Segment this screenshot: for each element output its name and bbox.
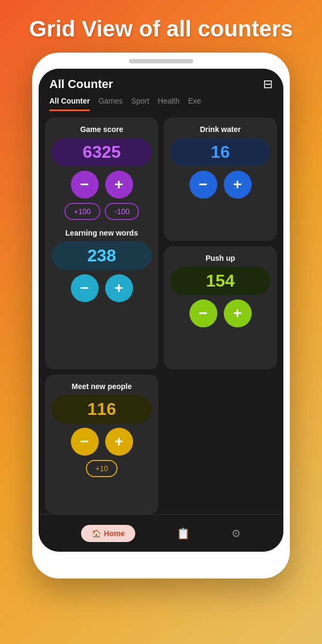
meet-people-plus10-btn[interactable]: +10 [86,460,118,477]
home-label: Home [104,529,125,538]
learning-minus-btn[interactable]: − [71,274,99,302]
meet-people-title: Meet new people [71,382,131,391]
game-score-minus-btn[interactable]: − [71,171,99,199]
drink-water-value: 16 [170,138,270,166]
learning-value: 238 [52,241,152,270]
tab-exe[interactable]: Exe [188,97,201,111]
drink-water-card: Drink water 16 − + [164,118,277,240]
push-up-minus-btn[interactable]: − [189,299,217,327]
push-up-controls: − + [189,299,252,327]
push-up-title: Push up [206,254,235,262]
game-score-title: Game score [80,125,123,134]
tab-sport[interactable]: Sport [131,97,149,111]
phone-frame: All Counter ⊟ All Counter Games Sport He… [32,53,290,579]
push-up-value: 154 [170,267,270,295]
grid-view-icon[interactable]: ⊟ [263,77,273,91]
game-score-card: Game score 6325 − + +100 -100 Learning n… [45,118,158,369]
tabs-bar: All Counter Games Sport Health Exe [39,91,283,111]
game-score-quick-btns: +100 -100 [52,203,152,220]
list-nav-icon[interactable]: 📋 [177,527,190,540]
drink-water-plus-btn[interactable]: + [224,171,252,199]
learning-title: Learning new words [65,229,138,237]
push-up-card: Push up 154 − + [164,246,277,369]
drink-water-minus-btn[interactable]: − [189,171,217,199]
phone-screen: All Counter ⊟ All Counter Games Sport He… [39,69,283,552]
tab-games[interactable]: Games [98,97,122,111]
meet-people-minus-btn[interactable]: − [71,428,99,456]
game-score-value: 6325 [52,138,152,166]
learning-controls: − + [71,274,133,302]
game-score-plus100-btn[interactable]: +100 [64,203,101,220]
drink-water-controls: − + [189,171,252,199]
tab-all-counter[interactable]: All Counter [49,97,90,111]
meet-people-extras: +10 [52,460,152,477]
tab-health[interactable]: Health [158,97,179,111]
settings-nav-icon[interactable]: ⚙ [231,527,241,540]
page-header: Grid View of all counters [8,0,314,53]
meet-people-value: 116 [52,395,152,423]
push-up-plus-btn[interactable]: + [224,299,252,327]
meet-people-plus-btn[interactable]: + [105,428,133,456]
learning-plus-btn[interactable]: + [105,274,133,302]
app-title: All Counter [49,77,113,91]
home-nav-btn[interactable]: 🏠 Home [81,525,136,542]
home-icon: 🏠 [92,529,101,538]
meet-people-card: Meet new people 116 − + +10 [45,375,158,514]
meet-people-controls: − + [71,428,133,456]
game-score-minus100-btn[interactable]: -100 [105,203,139,220]
content-grid: Game score 6325 − + +100 -100 Learning n… [39,111,283,514]
game-score-controls: − + [71,171,133,199]
phone-notch [129,59,193,63]
bottom-nav: 🏠 Home 📋 ⚙ [39,514,283,552]
drink-water-title: Drink water [200,125,240,134]
game-score-plus-btn[interactable]: + [105,171,133,199]
app-header: All Counter ⊟ [39,69,283,91]
